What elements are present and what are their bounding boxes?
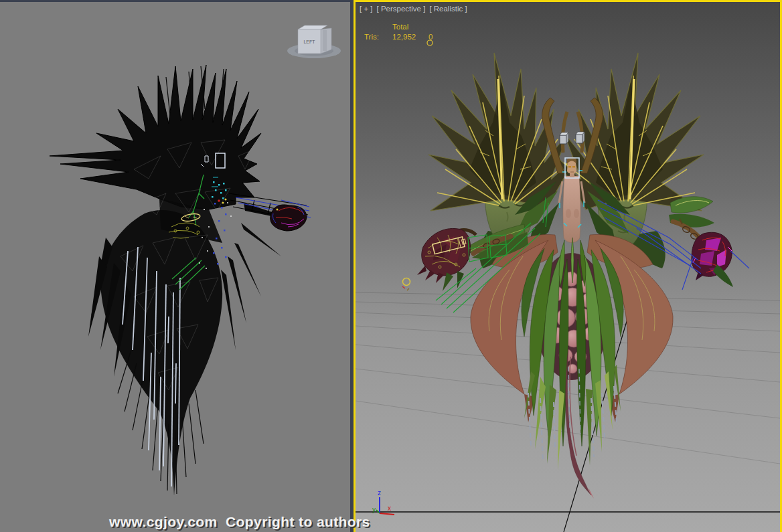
viewport-menu-general[interactable]: [ + ]	[360, 5, 373, 13]
wire-hand-cluster[interactable]	[270, 205, 307, 231]
wire-crown-mass[interactable]	[50, 65, 261, 209]
stats-tris-total: 12,952	[392, 32, 428, 42]
red-bone-dot	[218, 199, 220, 202]
bone-box-helpers[interactable]	[560, 132, 584, 144]
perspective-scene[interactable]: z y x	[356, 2, 780, 532]
wireframe-model[interactable]	[0, 2, 350, 532]
plant-creature-model[interactable]	[402, 53, 733, 499]
viewcube-front-label[interactable]: LEFT	[303, 39, 315, 44]
axis-y-label: y	[372, 506, 376, 513]
viewport-right[interactable]: [ + ] [ Perspective ] [ Realistic ] Tota…	[354, 0, 782, 532]
crown-left[interactable]	[428, 53, 576, 211]
left-hand[interactable]	[422, 228, 471, 275]
stats-total-header: Total	[392, 22, 433, 32]
watermark: www.cgjoy.com Copyright to authors	[109, 514, 370, 530]
stats-tris-selected: 0	[428, 33, 433, 41]
left-fingertip-marker[interactable]	[402, 278, 410, 291]
viewcube-side-shade	[323, 30, 327, 51]
axis-z-label: z	[378, 489, 381, 497]
viewport-left[interactable]: LEFT	[0, 0, 350, 532]
viewcube[interactable]: LEFT	[285, 19, 341, 62]
viewcube-top-face[interactable]	[298, 25, 327, 29]
max-viewport-area: LEFT [ + ] [ Perspective ] [ Realistic ]…	[0, 0, 782, 532]
statistics-overlay: Total Tris:12,9520	[364, 22, 433, 42]
axis-tripod: z y x	[372, 489, 394, 515]
axis-x-label: x	[388, 505, 391, 512]
viewport-label: [ + ] [ Perspective ] [ Realistic ]	[360, 5, 467, 13]
viewport-menu-pov[interactable]: [ Perspective ]	[377, 5, 426, 13]
stats-tris-label: Tris:	[364, 32, 392, 42]
viewport-menu-shading[interactable]: [ Realistic ]	[429, 5, 467, 13]
